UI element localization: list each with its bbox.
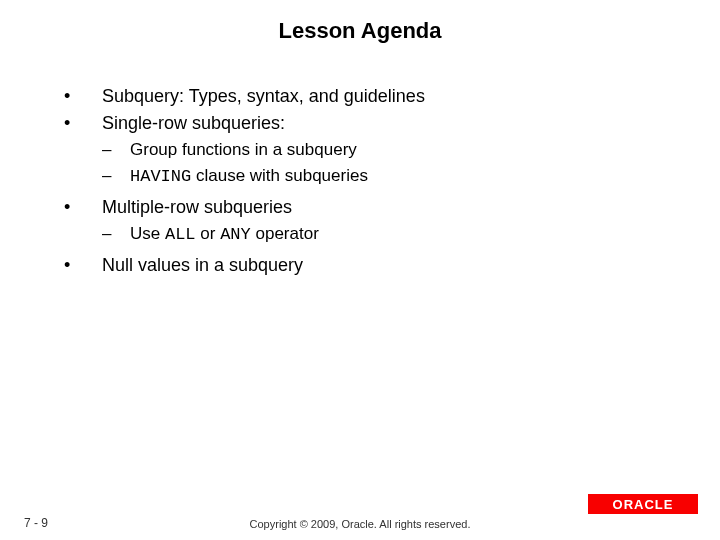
sub-bullet-text: Use ALL or ANY operator — [130, 222, 680, 247]
code-keyword: HAVING — [130, 167, 191, 186]
sub-bullet-marker: – — [102, 222, 130, 246]
bullet-marker: • — [62, 195, 102, 220]
bullet-text: Subquery: Types, syntax, and guidelines — [102, 84, 680, 109]
sub-bullet-marker: – — [102, 164, 130, 188]
bullet-text: Single-row subqueries: — [102, 111, 680, 136]
text-fragment: operator — [251, 224, 319, 243]
text-fragment: clause with subqueries — [191, 166, 368, 185]
slide-title: Lesson Agenda — [40, 18, 680, 44]
bullet-item: • Multiple-row subqueries — [62, 195, 680, 220]
sub-bullet-text: HAVING clause with subqueries — [130, 164, 680, 189]
slide-footer: 7 - 9 Copyright © 2009, Oracle. All righ… — [0, 506, 720, 530]
bullet-marker: • — [62, 84, 102, 109]
code-keyword: ALL — [165, 225, 196, 244]
bullet-text: Null values in a subquery — [102, 253, 680, 278]
slide-content: • Subquery: Types, syntax, and guideline… — [62, 84, 680, 278]
sub-bullet-item: – Group functions in a subquery — [102, 138, 680, 162]
sub-bullet-text: Group functions in a subquery — [130, 138, 680, 162]
bullet-marker: • — [62, 253, 102, 278]
sub-bullet-item: – HAVING clause with subqueries — [102, 164, 680, 189]
slide: Lesson Agenda • Subquery: Types, syntax,… — [0, 0, 720, 540]
code-keyword: ANY — [220, 225, 251, 244]
bullet-item: • Single-row subqueries: — [62, 111, 680, 136]
bullet-marker: • — [62, 111, 102, 136]
text-fragment: Use — [130, 224, 165, 243]
bullet-text: Multiple-row subqueries — [102, 195, 680, 220]
bullet-item: • Subquery: Types, syntax, and guideline… — [62, 84, 680, 109]
sub-bullet-marker: – — [102, 138, 130, 162]
text-fragment: or — [196, 224, 221, 243]
sub-bullet-item: – Use ALL or ANY operator — [102, 222, 680, 247]
copyright-text: Copyright © 2009, Oracle. All rights res… — [0, 518, 720, 530]
bullet-item: • Null values in a subquery — [62, 253, 680, 278]
